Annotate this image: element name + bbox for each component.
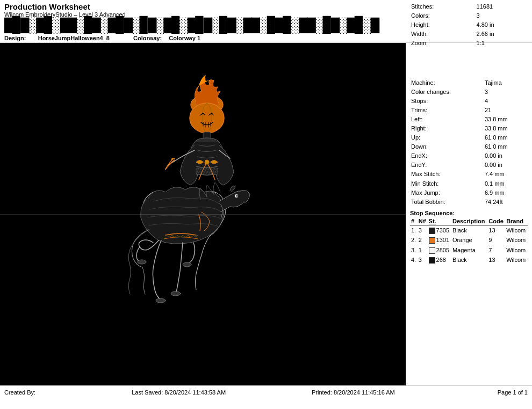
stop-description: Orange: [451, 235, 487, 245]
machine-info-value: 0.1 mm: [484, 179, 528, 188]
machine-info-row: Max Stitch:7.4 mm: [410, 170, 528, 179]
stop-num: 1.: [410, 225, 418, 235]
machine-info-value: 74.24ft: [484, 198, 528, 207]
machine-info-value: 61.0 mm: [484, 142, 528, 151]
stop-n: 1: [418, 245, 428, 255]
right-panel: Stitches: 11681 Colors: 3 Height: 4.80 i…: [406, 43, 532, 385]
stop-row: 4. 3 268 Black 13 Wilcom: [410, 255, 528, 265]
stop-description: Black: [451, 255, 487, 265]
machine-info-section: Machine:TajimaColor changes:3Stops:4Trim…: [410, 78, 528, 207]
machine-info-row: Total Bobbin:74.24ft: [410, 198, 528, 207]
machine-info-row: Up:61.0 mm: [410, 133, 528, 142]
stop-code: 7: [487, 245, 505, 255]
stop-color-cell: 1301: [428, 235, 451, 245]
stats-panel: Stitches: 11681 Colors: 3 Height: 4.80 i…: [406, 0, 532, 50]
col-num: #: [410, 217, 418, 225]
color-swatch: [429, 228, 435, 234]
machine-info-label: Right:: [410, 124, 484, 133]
machine-info-row: Down:61.0 mm: [410, 142, 528, 151]
machine-info-value: 4: [484, 97, 528, 106]
col-code: Code: [487, 217, 505, 225]
stop-color-cell: 268: [428, 255, 451, 265]
machine-info-row: Stops:4: [410, 97, 528, 106]
stop-num: 4.: [410, 255, 418, 265]
machine-info-label: Stops:: [410, 97, 484, 106]
color-swatch: [429, 237, 435, 244]
stats-table: Stitches: 11681 Colors: 3 Height: 4.80 i…: [410, 2, 528, 48]
stop-description: Black: [451, 225, 487, 235]
colorway-value: Colorway 1: [169, 35, 200, 41]
stop-brand: Wilcom: [505, 225, 528, 235]
canvas-divider: [0, 214, 406, 215]
machine-info-label: Up:: [410, 133, 484, 142]
stop-sequence-title: Stop Sequence:: [410, 210, 528, 216]
machine-info-value: 0.00 in: [484, 160, 528, 170]
stop-code: 13: [487, 225, 505, 235]
color-swatch: [429, 257, 435, 264]
machine-info-row: Machine:Tajima: [410, 78, 528, 87]
stop-row: 1. 3 7305 Black 13 Wilcom: [410, 225, 528, 235]
machine-info-value: 33.8 mm: [484, 115, 528, 124]
machine-info-value: Tajima: [484, 78, 528, 87]
footer-last-saved: Last Saved: 8/20/2024 11:43:58 AM: [91, 389, 266, 396]
height-label: Height:: [410, 20, 476, 30]
machine-info-label: EndX:: [410, 151, 484, 160]
main-layout: Stitches: 11681 Colors: 3 Height: 4.80 i…: [0, 43, 532, 385]
design-value: HorseJumpHalloween4_8: [38, 35, 110, 41]
stop-num: 2.: [410, 235, 418, 245]
height-value: 4.80 in: [476, 20, 528, 30]
stop-n: 3: [418, 225, 428, 235]
colors-label: Colors:: [410, 11, 476, 20]
machine-info-value: 33.8 mm: [484, 124, 528, 133]
svg-point-4: [205, 160, 209, 164]
machine-info-value: 7.4 mm: [484, 170, 528, 179]
stop-table: # N# St. Description Code Brand 1. 3 730…: [410, 217, 528, 265]
svg-point-10: [156, 298, 166, 303]
stop-code: 9: [487, 235, 505, 245]
svg-point-8: [138, 260, 146, 264]
stop-brand: Wilcom: [505, 235, 528, 245]
machine-info-row: Min Stitch:0.1 mm: [410, 179, 528, 188]
col-brand: Brand: [505, 217, 528, 225]
stop-code: 13: [487, 255, 505, 265]
stop-row: 3. 1 2805 Magenta 7 Wilcom: [410, 245, 528, 255]
stop-num: 3.: [410, 245, 418, 255]
canvas-area: [0, 43, 406, 385]
zoom-label: Zoom:: [410, 39, 476, 48]
machine-info-row: Right:33.8 mm: [410, 124, 528, 133]
machine-info-row: EndY:0.00 in: [410, 160, 528, 170]
col-n: N#: [418, 217, 428, 225]
machine-info-value: 61.0 mm: [484, 133, 528, 142]
machine-info-row: EndX:0.00 in: [410, 151, 528, 160]
machine-info-label: Color changes:: [410, 87, 484, 97]
svg-point-1: [190, 103, 224, 133]
col-st: St.: [428, 217, 451, 225]
stop-row: 2. 2 1301 Orange 9 Wilcom: [410, 235, 528, 245]
stitches-label: Stitches:: [410, 2, 476, 11]
machine-info-row: Left:33.8 mm: [410, 115, 528, 124]
footer-page: Page 1 of 1: [441, 389, 528, 396]
machine-info-value: 6.9 mm: [484, 188, 528, 198]
machine-info-label: EndY:: [410, 160, 484, 170]
svg-point-11: [171, 291, 181, 296]
machine-info-label: Left:: [410, 115, 484, 124]
machine-info-value: 21: [484, 106, 528, 115]
stop-color-cell: 7305: [428, 225, 451, 235]
footer-printed: Printed: 8/20/2024 11:45:16 AM: [266, 389, 441, 396]
col-description: Description: [451, 217, 487, 225]
stop-n: 2: [418, 235, 428, 245]
design-label: Design:: [4, 35, 26, 41]
colors-value: 3: [476, 11, 528, 20]
machine-info-label: Max Stitch:: [410, 170, 484, 179]
machine-info-value: 3: [484, 87, 528, 97]
stop-color-cell: 2805: [428, 245, 451, 255]
width-value: 2.66 in: [476, 30, 528, 39]
machine-info-row: Color changes:3: [410, 87, 528, 97]
stop-n: 3: [418, 255, 428, 265]
machine-info-label: Machine:: [410, 78, 484, 87]
machine-info-row: Max Jump:6.9 mm: [410, 188, 528, 198]
footer-created-by: Created By:: [4, 389, 91, 396]
zoom-value: 1:1: [476, 39, 528, 48]
stop-brand: Wilcom: [505, 245, 528, 255]
machine-info-table: Machine:TajimaColor changes:3Stops:4Trim…: [410, 78, 528, 207]
